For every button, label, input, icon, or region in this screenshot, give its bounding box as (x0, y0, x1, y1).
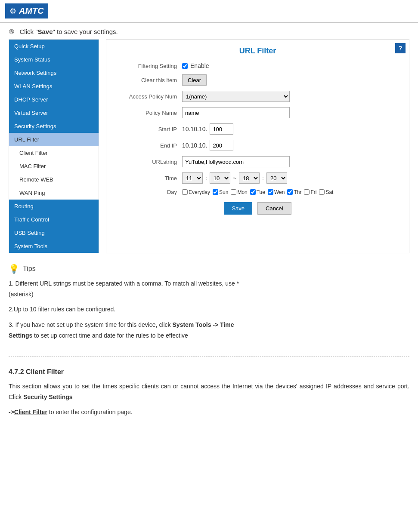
filtering-enable-label: Enable (190, 62, 209, 69)
sidebar-item-traffic-control[interactable]: Traffic Control (9, 213, 99, 226)
cb-mon[interactable] (231, 189, 236, 195)
sidebar: Quick Setup System Status Network Settin… (9, 39, 99, 253)
filtering-enable-checkbox[interactable] (182, 63, 188, 69)
cb-fri[interactable] (304, 189, 310, 195)
sidebar-item-mac-filter[interactable]: MAC Filter (9, 160, 99, 173)
filtering-setting-value: Enable (182, 62, 209, 69)
tips-header: 💡 Tips (9, 264, 409, 274)
sidebar-item-remote-web[interactable]: Remote WEB (9, 173, 99, 186)
end-ip-row: End IP 10.10.10. (113, 140, 402, 151)
day-label: Day (113, 189, 182, 195)
day-fri[interactable]: Fri (304, 189, 316, 195)
logo: ⚙ AMTC (5, 3, 48, 18)
day-thr[interactable]: Thr (287, 189, 301, 195)
end-ip-prefix: 10.10.10. (182, 142, 207, 149)
sidebar-item-url-filter[interactable]: URL Filter (9, 133, 99, 146)
day-checkboxes: Everyday Sun Mon Tue Wen Thr Fri Sat (182, 189, 333, 195)
cb-sat[interactable] (319, 189, 325, 195)
section-divider (9, 357, 409, 357)
sidebar-item-dhcp-server[interactable]: DHCP Server (9, 93, 99, 106)
tips-icon: 💡 (9, 264, 19, 274)
save-bold: Save (38, 28, 53, 35)
day-mon[interactable]: Mon (231, 189, 247, 195)
urlstring-input[interactable] (182, 156, 290, 167)
time-m1-select[interactable]: 10 (210, 172, 230, 184)
save-button[interactable]: Save (224, 202, 252, 215)
step-number: ⑤ (9, 28, 14, 35)
time-tilde: ~ (233, 175, 236, 181)
sidebar-item-routing[interactable]: Routing (9, 200, 99, 213)
section-472: 4.7.2 Client Filter This section allows … (0, 361, 418, 431)
start-ip-input[interactable] (210, 123, 233, 135)
tip3-bold: System Tools -> Time (173, 321, 234, 328)
clear-item-label: Clear this item (113, 77, 182, 83)
sidebar-item-system-tools[interactable]: System Tools (9, 240, 99, 253)
sidebar-item-system-status[interactable]: System Status (9, 53, 99, 66)
sidebar-item-security-settings[interactable]: Security Settings (9, 120, 99, 133)
access-policy-row: Access Policy Num 1(name) (113, 91, 402, 102)
help-button[interactable]: ? (395, 43, 406, 53)
cb-sun[interactable] (213, 189, 218, 195)
time-h1-select[interactable]: 11 (182, 172, 203, 184)
start-ip-row: Start IP 10.10.10. (113, 123, 402, 135)
time-label: Time (113, 175, 182, 181)
day-wen[interactable]: Wen (268, 189, 285, 195)
section-472-para1: This section allows you to set the times… (9, 381, 409, 403)
tips-section: 💡 Tips 1. Different URL strings must be … (0, 257, 418, 352)
security-settings-bold: Security Settings (23, 394, 72, 400)
day-sun[interactable]: Sun (213, 189, 228, 195)
sidebar-item-wlan-settings[interactable]: WLAN Settings (9, 80, 99, 93)
day-tue[interactable]: Tue (250, 189, 265, 195)
section-472-para2: ->Client Filter to enter the configurati… (9, 407, 409, 418)
cb-wen[interactable] (268, 189, 273, 195)
day-everyday[interactable]: Everyday (182, 189, 210, 195)
time-row: Time 11 : 10 ~ 18 : 20 (113, 172, 402, 184)
filtering-setting-label: Filtering Setting (113, 63, 182, 69)
end-ip-input[interactable] (210, 140, 233, 151)
clear-button[interactable]: Clear (182, 74, 207, 86)
policy-name-row: Policy Name (113, 107, 402, 118)
header: ⚙ AMTC (0, 0, 418, 23)
filtering-setting-row: Filtering Setting Enable (113, 62, 402, 69)
panel-title: URL Filter (113, 46, 402, 55)
main-content: Quick Setup System Status Network Settin… (0, 39, 418, 253)
cb-tue[interactable] (250, 189, 256, 195)
day-sat[interactable]: Sat (319, 189, 333, 195)
clear-item-value: Clear (182, 74, 207, 86)
urlstring-label: URLstring (113, 159, 182, 165)
time-h2-select[interactable]: 18 (239, 172, 260, 184)
cb-everyday[interactable] (182, 189, 188, 195)
sidebar-item-virtual-server[interactable]: Virtual Server (9, 106, 99, 120)
sidebar-item-quick-setup[interactable]: Quick Setup (9, 40, 99, 53)
form-buttons: Save Cancel (113, 202, 402, 215)
end-ip-value: 10.10.10. (182, 140, 233, 151)
policy-name-input[interactable] (182, 107, 290, 118)
policy-name-value (182, 107, 290, 118)
tip2: 2.Up to 10 filter rules can be configure… (9, 304, 409, 315)
time-value: 11 : 10 ~ 18 : 20 (182, 172, 287, 184)
access-policy-label: Access Policy Num (113, 93, 182, 100)
urlstring-row: URLstring (113, 156, 402, 167)
access-policy-select[interactable]: 1(name) (182, 91, 290, 102)
cancel-button[interactable]: Cancel (257, 202, 291, 215)
start-ip-prefix: 10.10.10. (182, 126, 207, 132)
urlstring-value (182, 156, 290, 167)
section-472-title: 4.7.2 Client Filter (9, 368, 409, 376)
tip3: 3. If you have not set up the system tim… (9, 320, 409, 341)
day-row: Day Everyday Sun Mon Tue Wen Thr Fri Sat (113, 189, 402, 195)
logo-icon: ⚙ (9, 6, 16, 16)
instruction-line: ⑤ Click "Save" to save your settings. (0, 23, 418, 39)
access-policy-value: 1(name) (182, 91, 290, 102)
sidebar-item-usb-setting[interactable]: USB Setting (9, 226, 99, 240)
sidebar-item-client-filter[interactable]: Client Filter (9, 146, 99, 160)
end-ip-label: End IP (113, 142, 182, 149)
sidebar-item-network-settings[interactable]: Network Settings (9, 66, 99, 80)
url-filter-panel: ? URL Filter Filtering Setting Enable Cl… (106, 39, 409, 253)
time-m2-select[interactable]: 20 (266, 172, 287, 184)
sidebar-item-wan-ping[interactable]: WAN Ping (9, 186, 99, 200)
cb-thr[interactable] (287, 189, 293, 195)
tip1: 1. Different URL strings must be separat… (9, 278, 409, 300)
clear-item-row: Clear this item Clear (113, 74, 402, 86)
start-ip-value: 10.10.10. (182, 123, 233, 135)
client-filter-bold: ->Client Filter (9, 409, 47, 415)
